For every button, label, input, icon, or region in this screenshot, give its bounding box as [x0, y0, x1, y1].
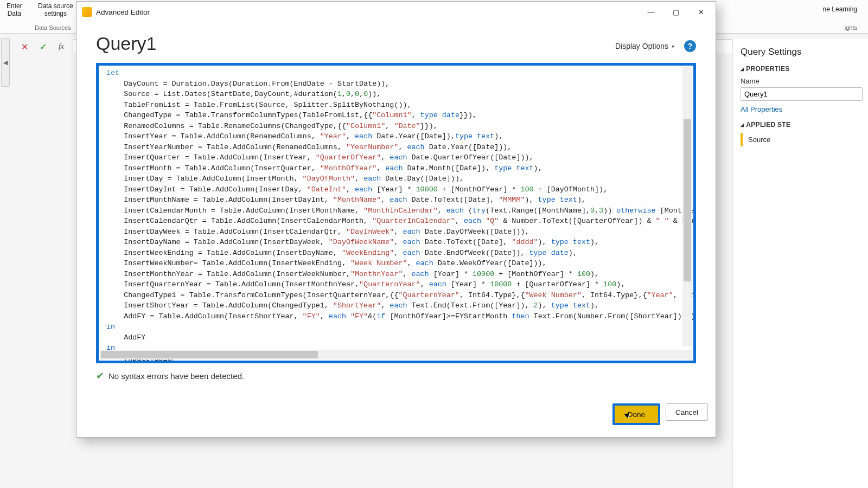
code-editor-frame: let DayCount = Duration.Days(Duration.Fr…	[96, 63, 696, 363]
cancel-button[interactable]: Cancel	[666, 403, 708, 421]
ribbon-insights-label: ights	[845, 24, 857, 31]
titlebar-text: Advanced Editor	[96, 8, 639, 16]
applied-step-source[interactable]: Source	[741, 133, 863, 146]
help-icon[interactable]: ?	[684, 40, 696, 52]
advanced-editor-dialog: Advanced Editor — ▢ ✕ Query1 Display Opt…	[76, 1, 716, 438]
syntax-status: ✔ No syntax errors have been detected.	[96, 370, 696, 382]
minimize-button[interactable]: —	[639, 3, 663, 21]
display-options-dropdown[interactable]: Display Options ▾	[615, 42, 674, 50]
horizontal-scrollbar[interactable]	[100, 350, 692, 359]
query-settings-pane: Query Settings PROPERTIES Name All Prope…	[732, 39, 868, 488]
ribbon-source-settings[interactable]: Data sourcesettings	[38, 2, 73, 17]
chevron-down-icon: ▾	[672, 43, 674, 49]
titlebar: Advanced Editor — ▢ ✕	[76, 2, 716, 22]
formula-cancel-icon[interactable]: ✕	[17, 40, 31, 54]
query-settings-title: Query Settings	[741, 47, 863, 57]
formula-commit-icon[interactable]: ✓	[36, 40, 50, 54]
done-button[interactable]: Done	[612, 403, 660, 425]
properties-header[interactable]: PROPERTIES	[741, 65, 863, 73]
collapse-left-pane[interactable]: ◀	[1, 38, 10, 87]
powerbi-icon	[82, 7, 92, 17]
vertical-scrollbar[interactable]	[682, 67, 692, 346]
code-editor[interactable]: let DayCount = Duration.Days(Duration.Fr…	[99, 66, 693, 361]
query-name-input[interactable]	[741, 87, 863, 101]
name-label: Name	[741, 77, 863, 85]
fx-icon[interactable]: fx	[54, 40, 68, 54]
all-properties-link[interactable]: All Properties	[741, 105, 863, 113]
ribbon-group-label: Data Sources	[35, 24, 71, 31]
check-icon: ✔	[96, 370, 104, 382]
ribbon-ml[interactable]: ne Learning	[823, 5, 857, 13]
applied-steps-header[interactable]: APPLIED STE	[741, 121, 863, 129]
syntax-status-text: No syntax errors have been detected.	[108, 371, 244, 381]
display-options-label: Display Options	[615, 42, 668, 50]
ribbon-enter-data[interactable]: EnterData	[7, 2, 22, 17]
close-button[interactable]: ✕	[688, 3, 713, 21]
maximize-button[interactable]: ▢	[663, 3, 688, 21]
query-title: Query1	[96, 33, 157, 54]
